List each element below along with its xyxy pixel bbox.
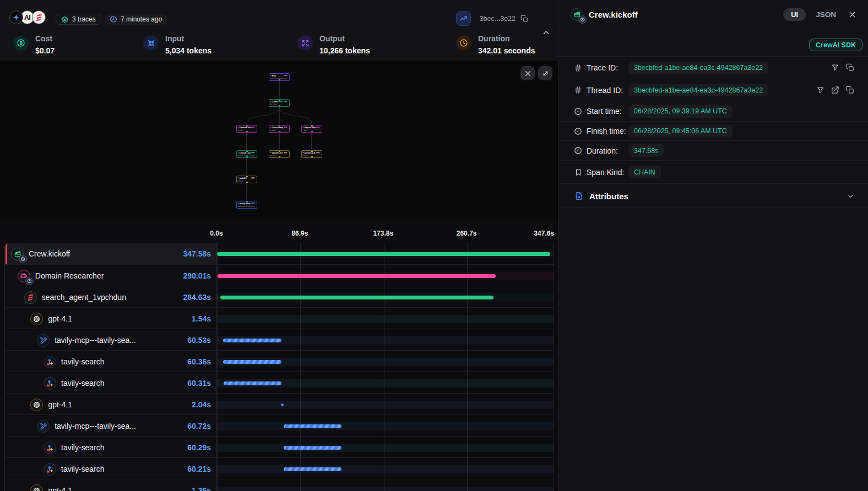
tab-ui[interactable]: UI (783, 8, 806, 21)
graph-node-claude[interactable]: claude-3.7-sonnet llm call (269, 150, 290, 158)
metric-duration: Duration 342.01 seconds (456, 32, 535, 57)
node-label: Crew.kickoff (272, 100, 279, 103)
span-duration: 284.63s (183, 293, 211, 302)
filter-icon[interactable] (816, 86, 825, 95)
graph-node-run[interactable]: Run research workflow run (269, 73, 290, 81)
graph-node-domain[interactable]: Domain Research 1 task (236, 125, 257, 133)
field-value-chip[interactable]: CHAIN (628, 166, 661, 178)
panel-header: Crew.kickoff UI JSON (558, 0, 868, 29)
node-badge (284, 127, 287, 128)
external-icon[interactable] (831, 86, 840, 95)
graph-expand-button[interactable] (538, 66, 552, 80)
span-row[interactable]: gpt-4.12.04s (5, 393, 554, 414)
node-dot (303, 152, 304, 153)
node-port-out (279, 105, 280, 107)
openai-span-icon (30, 399, 43, 411)
span-row[interactable]: tavily-search60.36s (5, 350, 554, 372)
span-bar-cell (217, 480, 554, 491)
crewai-avatar (32, 10, 46, 24)
collapse-metrics-button[interactable] (542, 29, 550, 39)
span-bar-cell (217, 394, 554, 415)
node-label: gemini-2.5-pro-pr... (305, 151, 316, 154)
span-name-cell: gpt-4.11.36s (5, 480, 216, 491)
graph-node-search[interactable]: search_agen... search_agent_1vpchdun (236, 150, 257, 158)
copy-trace-id-button[interactable] (520, 15, 528, 23)
span-row[interactable]: gpt-4.11.36s (5, 479, 554, 491)
span-name: Crew.kickoff (29, 249, 70, 258)
node-port-out (246, 182, 248, 183)
node-badge (316, 152, 320, 153)
panel-fields: Trace ID:3becbfed-a1be-ae84-ea3c-4942867… (558, 57, 868, 184)
clock-badge-icon (19, 255, 27, 263)
metric-input: Input 5,034 tokens (143, 32, 211, 57)
field-value-chip[interactable]: 06/28/2025, 09:45:06 AM UTC (628, 125, 733, 138)
trace-viewer-app: AI 3 tr (0, 0, 868, 491)
tab-json[interactable]: JSON (816, 10, 836, 19)
graph-close-button[interactable] (520, 66, 535, 80)
node-port-out (246, 156, 248, 158)
copy-icon[interactable] (846, 63, 855, 72)
node-port-out (246, 131, 248, 133)
span-bar-cell (217, 351, 554, 372)
traces-count-badge[interactable]: 3 traces (56, 14, 101, 25)
span-row[interactable]: Domain Researcher290.01s (5, 264, 554, 286)
graph-node-data[interactable]: Data Analyst 1 task (269, 125, 290, 133)
sdk-badge[interactable]: CrewAI SDK (809, 39, 862, 51)
tavily-span-icon (44, 441, 56, 454)
attributes-label: Attributes (589, 192, 847, 201)
metric-output: Output 10,266 tokens (297, 32, 370, 57)
node-label: Data Analyst (272, 126, 283, 129)
graph-actions (520, 66, 552, 80)
span-name-cell: tavily-search60.21s (5, 459, 216, 479)
span-row[interactable]: Crew.kickoff347.58s (5, 243, 554, 264)
trace-age-badge[interactable]: 7 minutes ago (105, 14, 167, 25)
field-label: Finish time: (587, 127, 628, 135)
topbar-trace-id-group: 3bec...3e22 (456, 11, 528, 26)
span-row[interactable]: tavily-mcp---tavily-sea...60.53s (5, 329, 554, 350)
trace-metrics-button[interactable] (456, 11, 471, 26)
span-name: Domain Researcher (35, 271, 104, 280)
clock-amber-icon (456, 35, 471, 51)
graph-node-gemini[interactable]: gemini-2.5-pro-pr... llm call (301, 150, 322, 158)
tavily-span-icon (44, 356, 56, 368)
crew-span-icon (571, 8, 583, 21)
node-label: search_agen... (240, 151, 251, 154)
node-badge (284, 101, 287, 102)
span-row[interactable]: search_agent_1vpchdun284.63s (5, 286, 554, 307)
graph-node-tavily[interactable]: tavily-mcp tavily-mcp---tavily-search (236, 201, 257, 209)
span-row[interactable]: tavily-search60.21s (5, 457, 554, 479)
span-name: search_agent_1vpchdun (42, 293, 126, 302)
span-duration-bar (217, 252, 550, 256)
copy-icon[interactable] (846, 86, 855, 95)
metric-input-label: Input (165, 32, 211, 45)
hash-icon (573, 64, 583, 72)
clock-icon (573, 146, 583, 155)
graph-node-gpt[interactable]: gpt-4.1 llm call (236, 176, 257, 183)
field-value-chip[interactable]: 06/28/2025, 09:39:19 AM UTC (628, 105, 733, 118)
metric-cost-label: Cost (35, 32, 55, 45)
field-value-chip[interactable]: 3becbfed-a1be-ae84-ea3c-4942867a3e22 (628, 84, 768, 96)
span-bar-cell (217, 308, 554, 329)
node-dot (238, 152, 239, 153)
span-row[interactable]: tavily-search60.31s (5, 372, 554, 393)
attributes-file-icon (574, 192, 583, 200)
span-details-panel: Crew.kickoff UI JSON CrewAI SDK Trace ID… (558, 0, 868, 491)
ai-sparkle-avatar (9, 10, 23, 24)
trace-graph[interactable]: Run research workflow run Crew.kickoff 3… (0, 61, 558, 220)
field-value-chip[interactable]: 3becbfed-a1be-ae84-ea3c-4942867a3e22 (628, 62, 768, 74)
node-port-out (279, 131, 280, 133)
field-label: Trace ID: (587, 63, 628, 72)
attributes-section[interactable]: Attributes (558, 184, 868, 208)
field-value-chip[interactable]: 347.58s (628, 144, 664, 157)
field-actions (831, 63, 855, 72)
span-name: tavily-search (61, 465, 105, 473)
bookmark-icon (573, 168, 583, 176)
span-name: tavily-mcp---tavily-sea... (55, 336, 136, 345)
span-row[interactable]: gpt-4.11.54s (5, 307, 554, 329)
graph-node-report[interactable]: Report Writer 1 task (301, 125, 322, 133)
span-row[interactable]: tavily-mcp---tavily-sea...60.72s (5, 414, 554, 436)
panel-close-button[interactable] (848, 10, 856, 19)
filter-icon[interactable] (831, 63, 840, 72)
span-row[interactable]: tavily-search60.29s (5, 436, 554, 457)
graph-node-crew[interactable]: Crew.kickoff 347.58s (269, 99, 290, 107)
